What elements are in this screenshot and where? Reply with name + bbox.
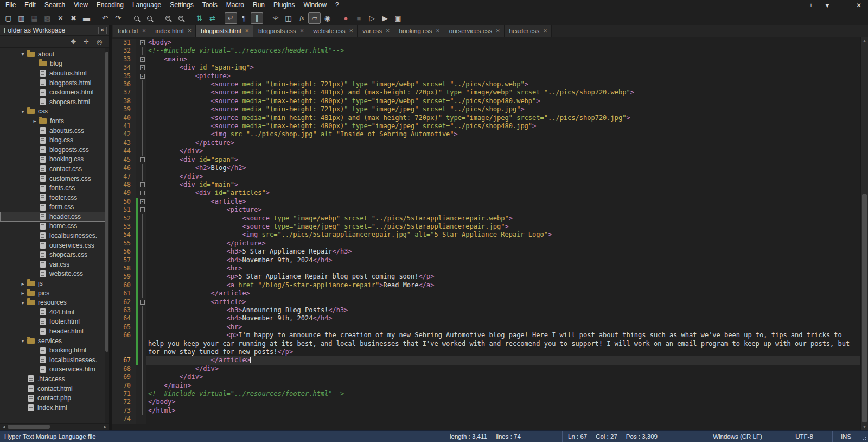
fold-margin[interactable] bbox=[138, 331, 146, 356]
fold-margin[interactable] bbox=[138, 114, 146, 122]
editor-scrollbar-thumb[interactable] bbox=[862, 194, 867, 422]
code-text[interactable]: <picture> bbox=[146, 206, 860, 214]
scroll-up-icon[interactable]: ▴ bbox=[861, 38, 868, 43]
collapse-all-icon[interactable]: ✥ bbox=[68, 37, 79, 47]
fold-margin[interactable] bbox=[138, 382, 146, 390]
menu-item-macro[interactable]: Macro bbox=[222, 0, 248, 11]
tab-close-icon[interactable]: ✕ bbox=[496, 28, 500, 34]
open-file-icon[interactable]: ▥ bbox=[15, 12, 28, 24]
code-text[interactable]: <p>5 Star Appliance Repair blog post com… bbox=[146, 273, 860, 281]
editor-vertical-scrollbar[interactable]: ▴ ▾ bbox=[860, 37, 868, 430]
chevron-right-icon[interactable]: ▸ bbox=[30, 118, 39, 124]
tab-list-icon[interactable]: ▼ bbox=[819, 0, 835, 11]
code-text[interactable]: <!--#include virtual="../resources/foote… bbox=[146, 390, 860, 398]
line-number[interactable]: 49 bbox=[112, 189, 136, 197]
word-wrap-icon[interactable]: ↵ bbox=[225, 12, 237, 24]
fold-margin[interactable] bbox=[138, 390, 146, 398]
tab-close-icon[interactable]: ✕ bbox=[142, 28, 146, 34]
scroll-left-icon[interactable]: ◂ bbox=[0, 424, 8, 430]
fold-margin[interactable]: - bbox=[138, 298, 146, 306]
tree-item-about[interactable]: ▾about bbox=[0, 49, 109, 59]
chevron-right-icon[interactable]: ▸ bbox=[18, 281, 27, 287]
tab-website-css[interactable]: website.css✕ bbox=[308, 25, 358, 37]
tree-item-footer-css[interactable]: footer.css bbox=[0, 193, 109, 203]
line-number[interactable]: 33 bbox=[112, 55, 136, 64]
fold-margin[interactable]: - bbox=[138, 72, 146, 80]
code-text[interactable]: </article> bbox=[146, 356, 860, 364]
undo-icon[interactable]: ↶ bbox=[99, 12, 111, 24]
macro-run-multiple-icon[interactable]: ▶ bbox=[379, 12, 391, 24]
menu-item-encoding[interactable]: Encoding bbox=[92, 0, 128, 11]
monitoring-icon[interactable]: ◉ bbox=[321, 12, 334, 24]
fold-collapse-icon[interactable]: - bbox=[140, 65, 145, 70]
chevron-down-icon[interactable]: ▾ bbox=[18, 109, 27, 115]
line-number[interactable]: 68 bbox=[112, 365, 136, 373]
fold-collapse-icon[interactable]: - bbox=[140, 199, 145, 204]
line-number[interactable]: 34 bbox=[112, 64, 136, 72]
line-number[interactable]: 69 bbox=[112, 373, 136, 381]
line-number[interactable]: 61 bbox=[112, 289, 136, 298]
code-text[interactable]: </article> bbox=[146, 289, 860, 298]
chevron-down-icon[interactable]: ▾ bbox=[18, 338, 27, 344]
tree-item-contact-css[interactable]: contact.css bbox=[0, 164, 109, 174]
line-number[interactable]: 58 bbox=[112, 264, 136, 273]
line-number[interactable]: 48 bbox=[112, 181, 136, 189]
code-text[interactable]: <h3>5 Star Appliance Repair</h3> bbox=[146, 248, 860, 256]
fold-margin[interactable] bbox=[138, 122, 146, 130]
menu-item-settings[interactable]: Settings bbox=[165, 0, 197, 11]
macro-play-icon[interactable]: ▷ bbox=[366, 12, 378, 24]
tree-item-footer-html[interactable]: footer.html bbox=[0, 317, 109, 327]
scroll-down-icon[interactable]: ▾ bbox=[861, 425, 868, 430]
panel-close-icon[interactable]: ✕ bbox=[98, 27, 107, 34]
new-file-icon[interactable]: ▢ bbox=[2, 12, 15, 24]
line-number[interactable]: 74 bbox=[112, 415, 136, 423]
code-text[interactable]: </body> bbox=[146, 398, 860, 406]
tab-ourservices-css[interactable]: ourservices.css✕ bbox=[444, 25, 505, 37]
tree-item-contact-php[interactable]: contact.php bbox=[0, 393, 109, 403]
line-number[interactable]: 40 bbox=[112, 114, 136, 122]
tab-todo-txt[interactable]: todo.txt✕ bbox=[113, 25, 150, 37]
code-text[interactable]: <source media="(min-height: 481px) and (… bbox=[146, 114, 860, 122]
zoom-in-icon[interactable]: + bbox=[162, 12, 174, 24]
fold-collapse-icon[interactable]: - bbox=[140, 74, 145, 79]
line-number[interactable]: 31 bbox=[112, 39, 136, 47]
line-number[interactable]: 59 bbox=[112, 273, 136, 281]
redo-icon[interactable]: ↷ bbox=[112, 12, 124, 24]
line-number[interactable]: 62 bbox=[112, 298, 136, 306]
fold-collapse-icon[interactable]: - bbox=[140, 300, 145, 305]
fold-margin[interactable]: - bbox=[138, 198, 146, 206]
zoom-out-icon[interactable]: − bbox=[175, 12, 187, 24]
line-number[interactable]: 57 bbox=[112, 256, 136, 264]
fold-collapse-icon[interactable]: - bbox=[140, 207, 145, 212]
code-text[interactable]: <img src="../pics/shop.jpg" alt="Inside … bbox=[146, 130, 860, 138]
line-number[interactable]: 71 bbox=[112, 390, 136, 398]
menu-item-file[interactable]: File bbox=[1, 0, 20, 11]
macro-record-icon[interactable]: ● bbox=[340, 12, 352, 24]
tree-item-customers-css[interactable]: customers.css bbox=[0, 174, 109, 184]
code-text[interactable]: </div> bbox=[146, 365, 860, 373]
code-text[interactable]: <source media="(max-height: 480px)" type… bbox=[146, 97, 860, 105]
sync-horizontal-scrolling-icon[interactable]: ⇄ bbox=[206, 12, 219, 24]
tree-vertical-scrollbar[interactable] bbox=[105, 48, 109, 423]
macro-save-icon[interactable]: ▣ bbox=[392, 12, 404, 24]
code-text[interactable]: </div> bbox=[146, 173, 860, 181]
fold-margin[interactable]: - bbox=[138, 64, 146, 72]
code-text[interactable]: <div id="main"> bbox=[146, 181, 860, 189]
menu-item-window[interactable]: Window bbox=[299, 0, 331, 11]
tab-close-icon[interactable]: ✕ bbox=[349, 28, 354, 34]
code-text[interactable]: <source media="(min-height: 721px)" type… bbox=[146, 105, 860, 113]
code-text[interactable]: <body> bbox=[146, 39, 860, 47]
line-number[interactable]: 67 bbox=[112, 356, 136, 364]
line-number[interactable]: 38 bbox=[112, 97, 136, 105]
fold-margin[interactable] bbox=[138, 223, 146, 231]
menu-item-language[interactable]: Language bbox=[128, 0, 165, 11]
tree-item-blogposts-html[interactable]: blogposts.html bbox=[0, 78, 109, 88]
define-language-icon[interactable]: </> bbox=[269, 12, 282, 24]
expand-all-icon[interactable]: ✛ bbox=[81, 37, 92, 47]
tree-item-header-css[interactable]: header.css bbox=[0, 212, 109, 222]
replace-icon[interactable]: ↔ bbox=[143, 12, 156, 24]
line-number[interactable]: 36 bbox=[112, 80, 136, 89]
menu-item-search[interactable]: Search bbox=[40, 0, 69, 11]
fold-margin[interactable] bbox=[138, 256, 146, 264]
menu-item-run[interactable]: Run bbox=[248, 0, 269, 11]
